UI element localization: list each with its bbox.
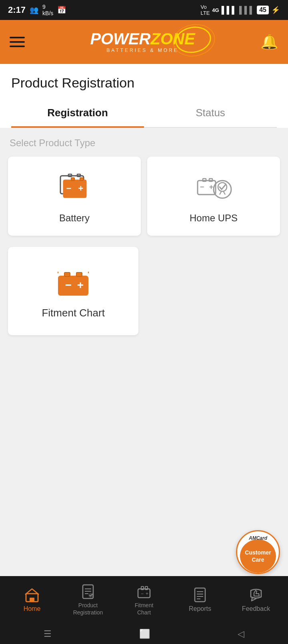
svg-text:+: + (77, 279, 84, 291)
status-bar: 2:17 👥 9kB/s 📅 VoLTE 4G ▌▌▌ ▌▌▌ 45 ⚡ (0, 0, 288, 20)
main-content: Select Product Type − + Battery (0, 128, 288, 356)
tab-status[interactable]: Status (144, 99, 277, 127)
nav-feedback[interactable]: Feedback (228, 587, 284, 613)
notification-bell[interactable]: 🔔 (260, 34, 278, 50)
home-nav-icon (24, 587, 40, 602)
android-navigation-bar: ☰ ⬜ ◁ (0, 624, 288, 644)
hamburger-menu[interactable] (10, 37, 25, 47)
svg-text:−: − (141, 591, 144, 596)
nav-home[interactable]: Home (4, 587, 60, 613)
svg-line-15 (220, 192, 221, 195)
svg-rect-25 (30, 598, 34, 602)
product-card-fitment[interactable]: − + Fitment Chart (8, 247, 138, 335)
tabs-container: Registration Status (11, 99, 277, 128)
svg-rect-18 (64, 272, 70, 276)
home-nav-label: Home (24, 605, 41, 613)
svg-text:+: + (146, 591, 148, 596)
product-reg-nav-label: ProductRegistration (73, 602, 103, 616)
svg-rect-19 (76, 272, 82, 276)
svg-text:−: − (66, 183, 72, 193)
tab-active-indicator (11, 126, 144, 128)
product-card-home-ups[interactable]: − + Home UPS (147, 157, 280, 236)
logo-zone-text: ZONE (151, 30, 195, 48)
svg-text:+: + (78, 183, 84, 193)
signal-bars-2: ▌▌▌ (239, 6, 254, 14)
android-menu-btn[interactable]: ☰ (44, 629, 52, 639)
reports-nav-icon (192, 587, 208, 602)
customer-care-inner: CustomerCare (240, 539, 276, 573)
product-grid-row-2: − + Fitment Chart (8, 247, 280, 335)
reports-nav-label: Reports (189, 605, 211, 613)
android-back-btn[interactable]: ◁ (238, 629, 244, 639)
app-logo: POWERZONE BATTERIES & MORE (90, 31, 195, 53)
product-reg-nav-icon (80, 584, 96, 599)
calendar-icon: 📅 (57, 6, 66, 14)
svg-text:+: + (209, 183, 214, 191)
charging-icon: ⚡ (271, 6, 280, 14)
feedback-nav-label: Feedback (242, 605, 270, 613)
customer-care-button[interactable]: AMCard CustomerCare (236, 530, 280, 574)
svg-rect-17 (58, 276, 88, 296)
customer-care-label: CustomerCare (245, 549, 271, 563)
fitment-chart-product-icon: − + (53, 267, 93, 299)
bottom-navigation: Home ProductRegistration − + FitmentChar… (0, 576, 288, 624)
fitment-chart-label: Fitment Chart (42, 307, 105, 319)
nav-product-registration[interactable]: ProductRegistration (60, 584, 116, 616)
vo-lte-indicator: VoLTE (200, 4, 210, 16)
logo-power-text: POWER (90, 30, 150, 48)
battery-level: 45 (257, 6, 269, 14)
app-header: POWERZONE BATTERIES & MORE 🔔 (0, 20, 288, 64)
data-speed: 9kB/s (42, 4, 53, 16)
amcard-brand: AMCard (249, 535, 267, 541)
svg-rect-5 (80, 178, 83, 181)
svg-point-13 (214, 181, 231, 198)
feedback-nav-icon (248, 587, 264, 602)
home-ups-product-icon: − + (194, 173, 234, 205)
time-display: 2:17 (8, 5, 26, 15)
svg-line-16 (224, 192, 225, 195)
page-title-section: Product Registration Registration Status (0, 64, 288, 128)
svg-text:−: − (200, 183, 204, 191)
nav-reports[interactable]: Reports (172, 587, 228, 613)
product-grid-row-1: − + Battery − + Hom (8, 157, 280, 236)
fitment-nav-icon: − + (136, 584, 152, 599)
logo-tagline: BATTERIES & MORE (106, 48, 178, 53)
home-ups-label: Home UPS (190, 213, 238, 224)
svg-rect-4 (71, 178, 74, 181)
android-home-btn[interactable]: ⬜ (139, 629, 150, 639)
product-card-battery[interactable]: − + Battery (8, 157, 141, 236)
teams-icon: 👥 (30, 6, 38, 14)
network-4g: 4G (212, 7, 219, 13)
signal-bars: ▌▌▌ (222, 6, 237, 14)
svg-text:−: − (65, 279, 72, 291)
svg-rect-37 (195, 588, 205, 602)
battery-product-icon: − + (54, 173, 94, 205)
page-title: Product Registration (11, 75, 277, 91)
battery-label: Battery (59, 213, 90, 224)
fitment-chart-nav-label: FitmentChart (135, 602, 154, 616)
section-label: Select Product Type (8, 137, 280, 149)
tab-registration[interactable]: Registration (11, 99, 144, 127)
nav-fitment-chart[interactable]: − + FitmentChart (116, 584, 172, 616)
